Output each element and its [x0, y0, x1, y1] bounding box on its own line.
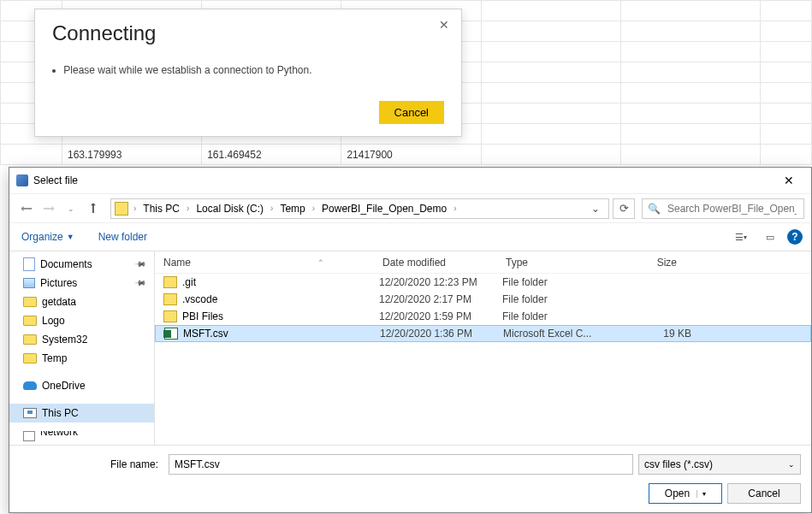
search-icon: 🔍 [648, 203, 661, 215]
dialog-footer: File name: csv files (*.csv) ⌄ Open▾ Can… [9, 445, 811, 512]
folder-icon [23, 316, 37, 326]
file-type: File folder [502, 276, 631, 288]
forward-button[interactable]: 🠖 [39, 198, 59, 219]
search-box[interactable]: 🔍 [642, 198, 804, 219]
file-row[interactable]: MSFT.csv12/20/2020 1:36 PMMicrosoft Exce… [155, 325, 811, 342]
file-type: File folder [502, 310, 631, 322]
file-name: .git [182, 276, 379, 288]
folder-icon [115, 202, 128, 216]
connecting-dialog: ✕ Connecting Please wait while we establ… [34, 9, 462, 137]
breadcrumb-seg[interactable]: PowerBI_File_Open_Demo [317, 203, 452, 215]
chevron-down-icon[interactable]: ⌄ [586, 203, 605, 215]
tree-item-label: Temp [42, 352, 67, 364]
spinner-icon [52, 69, 56, 73]
col-date[interactable]: Date modified [374, 257, 497, 269]
file-row[interactable]: PBI Files12/20/2020 1:59 PMFile folder [155, 308, 811, 325]
chevron-down-icon: ⌄ [788, 460, 795, 469]
file-dialog: Select file ✕ 🠔 🠖 ⌄ 🠕 › This PC › Local … [9, 167, 812, 513]
open-button[interactable]: Open▾ [649, 483, 722, 504]
file-name: PBI Files [182, 310, 379, 322]
connecting-title: Connecting [52, 21, 444, 45]
breadcrumb-seg[interactable]: Local Disk (C:) [191, 203, 269, 215]
tree-item[interactable]: OneDrive [9, 376, 154, 395]
new-folder-button[interactable]: New folder [95, 227, 151, 246]
col-name[interactable]: Name [163, 257, 268, 269]
breadcrumb[interactable]: › This PC › Local Disk (C:) › Temp › Pow… [110, 198, 609, 219]
recent-locations-button[interactable]: ⌄ [61, 198, 81, 219]
tree-item-label: Logo [42, 315, 65, 327]
grid-cell: 161.469452 [202, 145, 341, 165]
preview-pane-button[interactable]: ▭ [758, 227, 782, 246]
grid-cell: 21417900 [341, 145, 481, 165]
folder-icon [23, 297, 37, 307]
tree-item-label: Network [40, 431, 78, 438]
chevron-down-icon: ▼ [67, 233, 74, 241]
pc-icon [23, 408, 37, 418]
organize-button[interactable]: Organize ▼ [18, 227, 78, 246]
chevron-down-icon: ▾ [696, 490, 706, 498]
tree-item[interactable]: Temp [9, 349, 154, 368]
file-row[interactable]: .vscode12/20/2020 2:17 PMFile folder [155, 291, 811, 308]
back-button[interactable]: 🠔 [16, 198, 37, 219]
sort-asc-icon: ⌃ [317, 258, 324, 267]
tree-item-label: Documents [40, 258, 92, 270]
doc-icon [23, 257, 35, 271]
chevron-right-icon[interactable]: › [452, 204, 458, 213]
col-size[interactable]: Size [625, 257, 694, 269]
breadcrumb-seg[interactable]: Temp [275, 203, 310, 215]
file-date: 12/20/2020 1:59 PM [379, 310, 502, 322]
search-input[interactable] [666, 202, 798, 216]
grid-cell: 163.179993 [62, 145, 202, 165]
file-date: 12/20/2020 12:23 PM [379, 276, 502, 288]
tree-item-label: Pictures [40, 277, 77, 289]
filename-input[interactable] [169, 454, 633, 475]
help-icon[interactable]: ? [787, 229, 803, 245]
pic-icon [23, 278, 35, 288]
tree-item-label: System32 [42, 334, 87, 346]
col-type[interactable]: Type [497, 257, 625, 269]
chevron-right-icon[interactable]: › [185, 204, 191, 213]
folder-icon [163, 293, 177, 305]
tree-item[interactable]: getdata [9, 292, 154, 311]
pin-icon: 📌 [134, 277, 147, 290]
refresh-button[interactable]: ⟳ [613, 198, 635, 219]
view-options-button[interactable]: ☰ ▾ [729, 227, 753, 246]
file-list: Name ⌃ Date modified Type Size .git12/20… [155, 251, 811, 445]
tree-item[interactable]: Network [9, 431, 154, 441]
chevron-right-icon[interactable]: › [311, 204, 317, 213]
tree-item[interactable]: Documents📌 [9, 255, 154, 274]
file-date: 12/20/2020 2:17 PM [379, 293, 502, 305]
tree-item-label: OneDrive [42, 380, 86, 392]
onedrive-icon [23, 381, 37, 390]
connecting-message: Please wait while we establish a connect… [52, 64, 444, 76]
breadcrumb-seg[interactable]: This PC [138, 203, 185, 215]
tree-item[interactable]: This PC [9, 404, 154, 422]
up-button[interactable]: 🠕 [83, 198, 104, 219]
cancel-button[interactable]: Cancel [727, 483, 801, 504]
chevron-right-icon[interactable]: › [269, 204, 275, 213]
file-type: File folder [502, 293, 631, 305]
file-name: MSFT.csv [183, 328, 380, 340]
close-icon[interactable]: ✕ [772, 168, 806, 192]
titlebar: Select file ✕ [9, 168, 811, 193]
close-icon[interactable]: ✕ [436, 16, 453, 33]
chevron-right-icon[interactable]: › [132, 204, 138, 213]
toolbar: Organize ▼ New folder ☰ ▾ ▭ ? [9, 222, 811, 251]
pin-icon: 📌 [134, 258, 147, 271]
tree-item-label: getdata [42, 296, 76, 308]
file-filter-dropdown[interactable]: csv files (*.csv) ⌄ [638, 454, 801, 475]
list-header[interactable]: Name ⌃ Date modified Type Size [155, 251, 811, 274]
file-name: .vscode [182, 293, 379, 305]
tree-item[interactable]: Pictures📌 [9, 274, 154, 292]
tree-item[interactable]: Logo [9, 311, 154, 330]
nav-tree[interactable]: Documents📌Pictures📌getdataLogoSystem32Te… [9, 251, 155, 445]
tree-item[interactable]: System32 [9, 330, 154, 349]
nav-bar: 🠔 🠖 ⌄ 🠕 › This PC › Local Disk (C:) › Te… [9, 193, 811, 222]
file-row[interactable]: .git12/20/2020 12:23 PMFile folder [155, 274, 811, 291]
cancel-button[interactable]: Cancel [379, 101, 444, 124]
net-icon [23, 431, 35, 441]
file-date: 12/20/2020 1:36 PM [380, 328, 503, 340]
folder-icon [23, 334, 37, 345]
excel-file-icon [164, 328, 178, 340]
window-title: Select file [33, 174, 772, 186]
